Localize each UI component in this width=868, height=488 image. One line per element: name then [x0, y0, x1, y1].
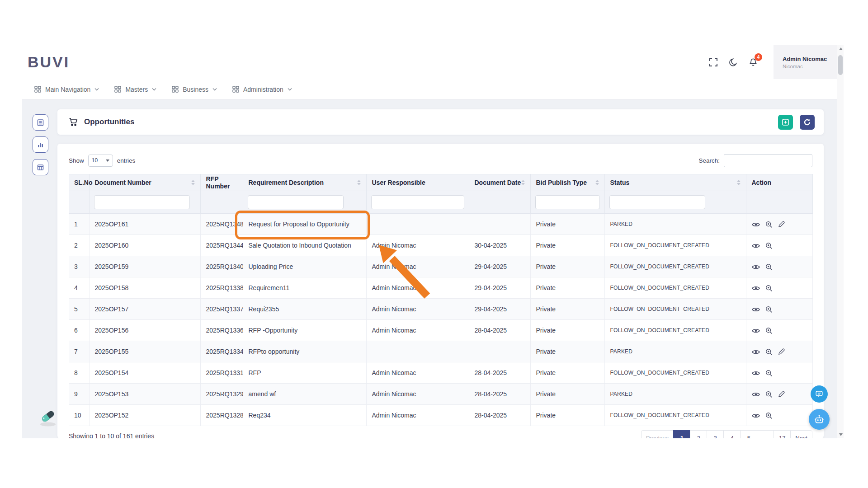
cell-bid: Private	[530, 362, 604, 384]
chevron-down-icon	[106, 160, 109, 162]
column-header-doc[interactable]: Document Number	[89, 174, 200, 191]
column-header-desc[interactable]: Requirement Description	[243, 174, 366, 191]
pagination-1[interactable]: 1	[673, 430, 690, 438]
pagination-next[interactable]: Next	[790, 430, 812, 438]
column-header-sl: SL.No	[69, 174, 89, 191]
view-action-button[interactable]	[752, 285, 760, 291]
table-row: 92025OP1532025RQ1329amend wfAdmin Nicoma…	[69, 384, 812, 405]
zoom-action-button[interactable]	[765, 348, 773, 356]
main-nav: Main NavigationMastersBusinessAdministra…	[22, 79, 837, 100]
search-input[interactable]	[724, 154, 812, 167]
pagination-5[interactable]: 5	[740, 430, 757, 438]
add-button[interactable]	[778, 115, 793, 130]
column-header-status[interactable]: Status	[604, 174, 746, 191]
filter-input-desc[interactable]	[248, 195, 344, 209]
quick-sidebar-bar-chart-button[interactable]	[33, 136, 48, 153]
filter-cell-bid	[530, 191, 604, 214]
cell-action	[746, 214, 812, 235]
zoom-action-button[interactable]	[765, 370, 773, 377]
zoom-action-button[interactable]	[765, 327, 773, 334]
filter-input-status[interactable]	[609, 195, 705, 209]
cell-doc: 2025OP154	[89, 362, 200, 384]
dark-mode-moon-icon[interactable]	[728, 57, 738, 67]
cell-sl: 9	[69, 384, 89, 405]
view-action-button[interactable]	[752, 349, 760, 355]
eye-icon	[752, 328, 760, 334]
zoom-action-button[interactable]	[765, 306, 773, 313]
robot-icon	[813, 413, 825, 425]
chat-button[interactable]	[811, 385, 828, 403]
zoom-eye-icon	[765, 221, 773, 228]
notifications-bell-icon[interactable]: 4	[748, 57, 758, 67]
edit-action-button[interactable]	[778, 348, 785, 355]
cell-user: Admin Nicomac	[366, 277, 469, 299]
page-scrollbar[interactable]	[837, 45, 844, 438]
column-label: Requirement Description	[249, 179, 324, 186]
cell-status: FOLLOW_ON_DOCUMENT_CREATED	[604, 405, 746, 426]
refresh-button[interactable]	[800, 115, 815, 130]
cell-bid: Private	[530, 299, 604, 320]
filter-input-user[interactable]	[371, 195, 464, 209]
sort-arrows-icon	[521, 180, 525, 185]
nav-item-administration[interactable]: Administration	[225, 79, 300, 99]
scrollbar-down-arrow-icon[interactable]	[837, 431, 844, 438]
edit-action-button[interactable]	[778, 221, 785, 228]
user-name: Admin Nicomac	[783, 56, 837, 62]
pagination-…[interactable]: …	[757, 430, 774, 438]
zoom-action-button[interactable]	[765, 391, 773, 398]
view-action-button[interactable]	[752, 264, 760, 270]
eye-icon	[752, 243, 760, 249]
zoom-action-button[interactable]	[765, 263, 773, 271]
zoom-action-button[interactable]	[765, 242, 773, 249]
cell-doc: 2025OP159	[89, 256, 200, 277]
view-action-button[interactable]	[752, 306, 760, 313]
scrollbar-thumb[interactable]	[838, 55, 843, 75]
pencil-icon	[778, 221, 785, 228]
cell-date: 29-04-2025	[469, 256, 530, 277]
cell-date: 29-04-2025	[469, 299, 530, 320]
nav-item-business[interactable]: Business	[164, 79, 225, 99]
cell-sl: 10	[69, 405, 89, 426]
nav-item-main-navigation[interactable]: Main Navigation	[27, 79, 107, 99]
fullscreen-icon[interactable]	[708, 57, 718, 67]
column-header-bid[interactable]: Bid Publish Type	[530, 174, 604, 191]
pagination-4[interactable]: 4	[723, 430, 741, 438]
scrollbar-up-arrow-icon[interactable]	[837, 45, 844, 52]
cell-action	[746, 277, 812, 299]
app-logo[interactable]: BUVI	[22, 53, 70, 71]
quick-sidebar-table-button[interactable]	[33, 159, 48, 175]
zoom-action-button[interactable]	[765, 412, 773, 419]
filter-cell-user	[366, 191, 469, 214]
view-action-button[interactable]	[752, 328, 760, 334]
cell-bid: Private	[530, 235, 604, 256]
edit-action-button[interactable]	[778, 391, 785, 398]
view-action-button[interactable]	[752, 243, 760, 249]
assistant-bot-button[interactable]	[809, 409, 830, 430]
view-action-button[interactable]	[752, 413, 760, 419]
column-header-date[interactable]: Document Date	[469, 174, 530, 191]
column-label: Status	[610, 179, 630, 186]
page-size-select[interactable]: 10	[88, 155, 113, 167]
column-header-action: Action	[746, 174, 812, 191]
cell-desc: Requi2355	[243, 299, 366, 320]
cell-rfp: 2025RQ1334	[200, 341, 243, 362]
zoom-action-button[interactable]	[765, 285, 773, 292]
opportunities-table: SL.NoDocument NumberRFP NumberRequiremen…	[69, 174, 813, 426]
cell-doc: 2025OP155	[89, 341, 200, 362]
zoom-action-button[interactable]	[765, 221, 773, 228]
filter-cell-sl	[69, 191, 89, 214]
pagination-3[interactable]: 3	[707, 430, 724, 438]
cell-desc: RFPto opportunity	[243, 341, 366, 362]
quick-sidebar-document-button[interactable]	[33, 114, 48, 131]
view-action-button[interactable]	[752, 391, 760, 398]
filter-input-doc[interactable]	[94, 195, 190, 209]
eye-icon	[752, 391, 760, 398]
view-action-button[interactable]	[752, 221, 760, 228]
pagination-2[interactable]: 2	[690, 430, 707, 438]
pagination-17[interactable]: 17	[774, 430, 791, 438]
nav-item-masters[interactable]: Masters	[107, 79, 164, 99]
user-menu[interactable]: Admin Nicomac Nicomac	[774, 45, 837, 79]
view-action-button[interactable]	[752, 370, 760, 376]
cell-desc: Request for Proposal to Opportunity	[243, 214, 366, 235]
filter-input-bid[interactable]	[535, 195, 600, 209]
